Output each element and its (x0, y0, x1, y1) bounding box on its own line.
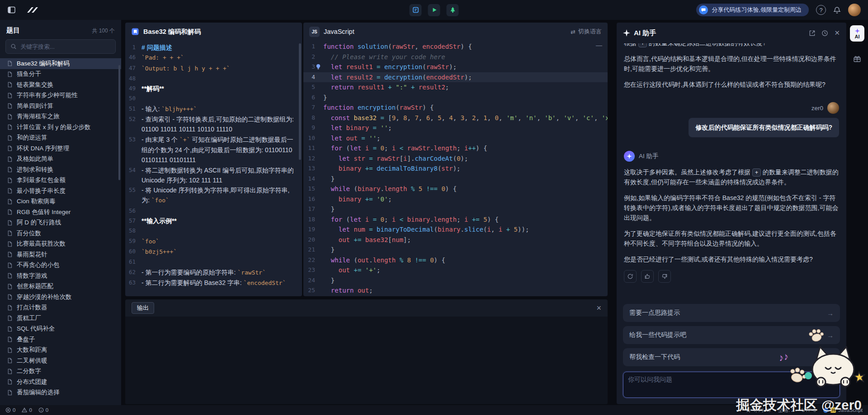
history-icon[interactable] (821, 30, 828, 37)
code-line[interactable]: 21 } (303, 245, 608, 255)
problem-list-item[interactable]: 叠盘子 (0, 334, 121, 345)
problem-list-item[interactable]: 进制求和转换 (0, 164, 121, 175)
problem-list-item[interactable]: 二叉树供暖 (0, 355, 121, 366)
problem-list-item[interactable]: 比赛最高获胜次数 (0, 239, 121, 250)
search-input[interactable] (20, 43, 111, 50)
problem-list-item[interactable]: 百分位数 (0, 228, 121, 239)
sidebar-toggle-button[interactable] (7, 6, 16, 14)
suggestion-check-code-button[interactable]: 帮我检查一下代码 → (623, 348, 840, 366)
line-number: 46 (125, 52, 142, 63)
code-line[interactable]: 4 let result2 = decryption(encodedStr); (303, 72, 608, 83)
problem-list-item[interactable]: 拿到最多红包金额 (0, 175, 121, 186)
problem-line: 47`Output: b l j h y + + +` (125, 63, 302, 74)
problem-list-item[interactable]: 分布式团建 (0, 377, 121, 387)
code-line[interactable]: 22 while (out.length % 8 !== 0) { (303, 255, 608, 266)
code-line[interactable]: 18 for (let i = 0; i < binary.length; i … (303, 214, 608, 225)
problem-list-item[interactable]: 猜数字游戏 (0, 270, 121, 281)
problem-item-label: 猫鱼分干 (17, 70, 41, 78)
problem-list-item[interactable]: SQL 代码补全 (0, 324, 121, 335)
format-code-button[interactable] (410, 4, 422, 16)
problems-errors[interactable]: 0 (5, 407, 15, 413)
switch-language-button[interactable]: ⇄ 切换语言 (571, 28, 602, 36)
code-line[interactable]: 25 return out; (303, 285, 608, 296)
cursor-position[interactable]: 行 4, 列 40 (746, 407, 771, 414)
code-line[interactable]: 2 // Please write your code here (303, 52, 608, 62)
code-line[interactable]: 10 let out = ''; (303, 133, 608, 144)
regenerate-button[interactable] (624, 270, 637, 283)
problem-scrollbar[interactable] (299, 43, 301, 160)
juejin-logo-icon[interactable] (24, 6, 39, 14)
sidebar-title: 题目 (6, 26, 20, 35)
run-button[interactable] (428, 4, 440, 16)
problem-list-item[interactable]: 链表聚集交换 (0, 79, 121, 90)
code-line[interactable]: 24 } (303, 275, 608, 286)
suggestion-code-hint-button[interactable]: 给我一些代码提示吧 → (623, 326, 840, 344)
code-line[interactable]: 6} (303, 93, 608, 103)
code-line[interactable]: 11 for (let i = 0; i < rawStr.length; i+… (303, 143, 608, 154)
help-button[interactable]: ? (816, 5, 826, 15)
problems-warnings[interactable]: 0 (22, 407, 32, 413)
problem-list-item[interactable]: 字符串有多少种可能性 (0, 90, 121, 101)
indentation-setting[interactable]: 空格: 2 (778, 407, 794, 414)
search-box[interactable] (5, 39, 116, 54)
lightbulb-icon[interactable] (316, 64, 321, 70)
code-line[interactable]: 14 } (303, 174, 608, 184)
code-line[interactable]: 16 binary += '0'; (303, 194, 608, 205)
share-banner[interactable]: 分享代码练习体验,领限量定制周边 (696, 4, 809, 16)
code-editor[interactable]: — 1function solution(rawStr, encodedStr)… (303, 41, 608, 296)
problem-list-item[interactable]: 二分数字 (0, 366, 121, 377)
submit-button[interactable] (447, 4, 459, 16)
problem-list-item[interactable]: 青海湖租车之旅 (0, 112, 121, 122)
problem-list-item[interactable]: 蛋糕工厂 (0, 313, 121, 324)
code-line[interactable]: 7function encryption(rawStr) { (303, 103, 608, 113)
code-line[interactable]: 12 let str = rawStr[i].charCodeAt(0); (303, 154, 608, 164)
code-line[interactable]: 17 } (303, 204, 608, 214)
suggestion-hint-button[interactable]: 需要一点思路提示 → (623, 304, 840, 322)
problem-list-item[interactable]: 简单四则计算 (0, 101, 121, 112)
code-line[interactable]: 15 while (binary.length % 5 !== 0) { (303, 184, 608, 194)
problem-list-item[interactable]: RGB 色值转 Integer (0, 207, 121, 218)
close-output-icon[interactable]: × (596, 304, 601, 312)
problems-infos[interactable]: 0 (38, 407, 48, 413)
problem-list-item[interactable]: 阿 D 的飞行路线 (0, 218, 121, 228)
ai-question-input[interactable] (628, 376, 835, 394)
encoding-setting[interactable]: UTF-8 (802, 407, 816, 413)
problem-list-item[interactable]: 暴雨梨花针 (0, 249, 121, 260)
code-line[interactable]: 19 let num = binaryToDecimal(binary.slic… (303, 224, 608, 235)
close-ai-panel-icon[interactable]: ✕ (834, 29, 840, 37)
sidebar-scrollbar[interactable] (118, 65, 120, 180)
problem-list-item[interactable]: Base32 编码和解码 (0, 58, 121, 69)
thumbs-up-button[interactable] (641, 270, 654, 283)
code-line[interactable]: 9 let binary = ''; (303, 123, 608, 133)
code-line[interactable]: 20 out += base32[num]; (303, 235, 608, 245)
open-chat-icon[interactable] (809, 30, 816, 37)
problem-list-item[interactable]: 不再贪心的小包 (0, 260, 121, 271)
code-line[interactable]: 8 const base32 = [9, 8, 7, 6, 5, 4, 3, 2… (303, 113, 608, 123)
problem-list-item[interactable]: 和的逆运算 (0, 133, 121, 144)
problem-item-label: 青海湖租车之旅 (17, 112, 60, 121)
code-line[interactable]: 23 out += '+'; (303, 265, 608, 275)
code-line[interactable]: 3 let result1 = encryption(rawStr); (303, 62, 608, 72)
notifications-button[interactable] (833, 6, 841, 14)
ai-assistant-toggle-button[interactable]: AI (850, 25, 864, 42)
problem-list-item[interactable]: Cion 勒索病毒 (0, 196, 121, 207)
problem-list-item[interactable]: 计算位置 x 到 y 的最少步数 (0, 122, 121, 133)
problem-list-item[interactable]: 穿越沙漠的补给次数 (0, 292, 121, 303)
problem-list-item[interactable]: 猫鱼分干 (0, 69, 121, 80)
fold-indicator-icon[interactable]: — (596, 42, 602, 49)
problem-list-item[interactable]: 及格如此简单 (0, 154, 121, 165)
code-line[interactable]: 13 binary += decimalToBinary8(str); (303, 163, 608, 174)
problem-list-item[interactable]: 打点计数器 (0, 303, 121, 313)
code-line[interactable]: 1function solution(rawStr, encodedStr) { (303, 42, 608, 52)
language-mode[interactable]: JS JavaScript (823, 407, 863, 413)
thumbs-down-button[interactable] (658, 270, 671, 283)
rewards-icon[interactable] (853, 54, 862, 63)
output-tab[interactable]: 输出 (132, 302, 154, 314)
user-avatar[interactable] (848, 4, 861, 16)
code-line[interactable]: 5 return result1 + ":" + result2; (303, 82, 608, 93)
problem-list-item[interactable]: 环状 DNA 序列整理 (0, 143, 121, 154)
problem-list-item[interactable]: 大数和距离 (0, 345, 121, 356)
problem-list-item[interactable]: 最小替换子串长度 (0, 186, 121, 196)
problem-list-item[interactable]: 番茄编辑的选择 (0, 387, 121, 398)
problem-list-item[interactable]: 创意标题匹配 (0, 281, 121, 292)
